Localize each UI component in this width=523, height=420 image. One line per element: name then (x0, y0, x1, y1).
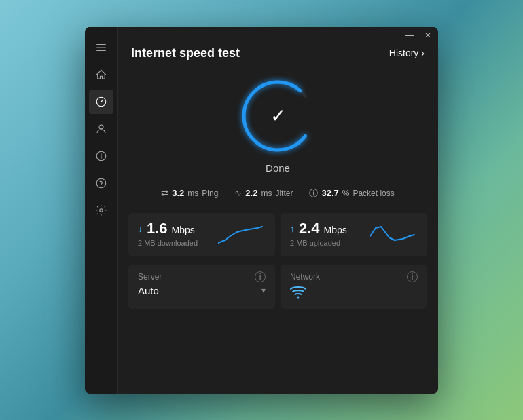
stat-packet-loss: ⓘ 32.7 % Packet loss (309, 187, 394, 199)
jitter-icon: ∿ (234, 188, 242, 198)
upload-value: 2.4 (299, 221, 320, 236)
download-unit: Mbps (172, 225, 195, 235)
wifi-icon (290, 285, 306, 302)
download-card-top: ↓ 1.6 Mbps 2 MB downloaded (138, 221, 266, 248)
network-card: Network i (281, 265, 427, 309)
packetloss-label: Packet loss (353, 189, 394, 198)
main-content: — ✕ Internet speed test History › ✓ (118, 27, 438, 394)
sidebar-item-help[interactable] (89, 171, 113, 195)
download-sub: 2 MB downloaded (138, 239, 198, 247)
server-label: Server (138, 272, 162, 282)
download-chart (198, 221, 266, 248)
ping-value: 3.2 (172, 188, 184, 198)
window-controls: — ✕ (405, 31, 431, 39)
stat-ping: ⇄ 3.2 ms Ping (161, 187, 218, 199)
ping-label: Ping (202, 189, 218, 198)
sidebar-item-settings[interactable] (89, 198, 113, 223)
server-card-header: Server i (138, 271, 266, 282)
packetloss-value: 32.7 (321, 188, 338, 198)
header-row: Internet speed test History › (118, 39, 438, 64)
server-card: Server i Auto ▾ (128, 265, 275, 309)
upload-card: ↑ 2.4 Mbps 2 MB uploaded (281, 213, 427, 256)
gauge-area: ✓ Done (118, 64, 438, 179)
done-label: Done (266, 162, 290, 174)
download-card: ↓ 1.6 Mbps 2 MB downloaded (128, 213, 275, 256)
gauge-checkmark: ✓ (270, 104, 286, 127)
sidebar-item-person[interactable] (89, 117, 113, 141)
upload-sub: 2 MB uploaded (290, 239, 347, 247)
bottom-cards-row: Server i Auto ▾ Network i (118, 265, 438, 320)
sidebar-item-menu[interactable] (89, 35, 113, 60)
sidebar-item-speed[interactable] (89, 90, 113, 114)
svg-point-14 (297, 296, 300, 298)
packetloss-icon: ⓘ (309, 187, 318, 199)
upload-unit: Mbps (324, 225, 347, 235)
history-link[interactable]: History › (389, 47, 425, 58)
upload-icon: ↑ (290, 223, 295, 234)
packetloss-unit: % (342, 189, 350, 198)
svg-point-5 (99, 125, 103, 129)
app-window: — ✕ Internet speed test History › ✓ (85, 27, 438, 394)
sidebar-item-info[interactable] (89, 144, 113, 168)
svg-point-8 (101, 153, 101, 154)
speed-cards-row: ↓ 1.6 Mbps 2 MB downloaded (118, 208, 438, 262)
network-label: Network (290, 272, 320, 282)
download-icon: ↓ (138, 223, 143, 234)
network-value-row (290, 285, 418, 302)
minimize-button[interactable]: — (405, 31, 414, 39)
server-dropdown-icon[interactable]: ▾ (262, 286, 266, 295)
server-info-icon[interactable]: i (255, 271, 266, 282)
network-info-icon[interactable]: i (407, 271, 418, 282)
svg-point-4 (100, 100, 101, 102)
server-value: Auto (138, 285, 159, 297)
svg-point-11 (99, 208, 103, 212)
server-value-row: Auto ▾ (138, 285, 266, 297)
ping-icon: ⇄ (161, 188, 168, 198)
download-speed-area: ↓ 1.6 Mbps (138, 221, 198, 236)
download-value: 1.6 (147, 221, 168, 236)
jitter-unit: ms (261, 189, 272, 198)
page-title: Internet speed test (131, 46, 240, 60)
jitter-label: Jitter (275, 189, 293, 198)
sidebar-item-home[interactable] (89, 62, 113, 87)
network-card-header: Network i (290, 271, 418, 282)
close-button[interactable]: ✕ (425, 31, 431, 39)
upload-chart (347, 221, 418, 248)
svg-point-10 (101, 186, 101, 187)
upload-card-top: ↑ 2.4 Mbps 2 MB uploaded (290, 221, 418, 248)
sidebar (85, 27, 118, 394)
upload-speed-area: ↑ 2.4 Mbps (290, 221, 347, 236)
jitter-value: 2.2 (245, 188, 257, 198)
ping-unit: ms (187, 189, 198, 198)
gauge-container: ✓ (237, 75, 319, 157)
stat-jitter: ∿ 2.2 ms Jitter (234, 187, 293, 199)
stats-row: ⇄ 3.2 ms Ping ∿ 2.2 ms Jitter ⓘ 32.7 % P… (118, 179, 438, 208)
